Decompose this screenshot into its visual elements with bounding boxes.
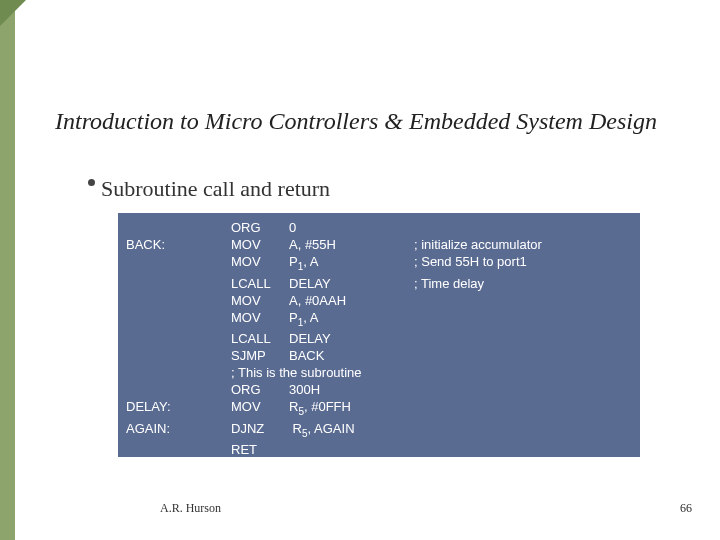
code-comment	[414, 219, 542, 236]
code-comment	[414, 398, 542, 420]
code-line: SJMPBACK	[126, 347, 542, 364]
code-comment: ; Time delay	[414, 275, 542, 292]
code-comment	[414, 347, 542, 364]
code-arg: P1, A	[289, 253, 414, 275]
code-comment	[414, 292, 542, 309]
code-arg: R5, #0FFH	[289, 398, 414, 420]
code-label	[126, 441, 231, 458]
code-line: MOVA, #0AAH	[126, 292, 542, 309]
code-op: DJNZ	[231, 420, 289, 442]
code-comment	[414, 458, 542, 475]
code-arg: BACK	[289, 347, 414, 364]
slide-title: Introduction to Micro Controllers & Embe…	[55, 108, 657, 135]
code-arg	[289, 458, 414, 475]
bullet-item: Subroutine call and return	[88, 176, 330, 202]
code-op: MOV	[231, 236, 289, 253]
code-label: DELAY:	[126, 398, 231, 420]
code-label	[126, 253, 231, 275]
code-arg	[289, 441, 414, 458]
code-label	[126, 292, 231, 309]
code-comment	[414, 309, 542, 331]
code-arg: 0	[289, 219, 414, 236]
code-arg: 300H	[289, 381, 414, 398]
slide: Introduction to Micro Controllers & Embe…	[0, 0, 720, 540]
code-arg: A, #55H	[289, 236, 414, 253]
code-line: DELAY:MOVR5, #0FFH	[126, 398, 542, 420]
footer-author: A.R. Hurson	[160, 501, 221, 516]
code-comment	[414, 381, 542, 398]
code-comment: ; initialize accumulator	[414, 236, 542, 253]
code-op: END	[231, 458, 289, 475]
code-op: SJMP	[231, 347, 289, 364]
code-op: ORG	[231, 219, 289, 236]
code-op: MOV	[231, 253, 289, 275]
code-comment	[414, 420, 542, 442]
code-comment-line: ; This is the subroutine	[126, 364, 542, 381]
code-line: MOVP1, A	[126, 309, 542, 331]
code-op: LCALL	[231, 330, 289, 347]
code-comment	[414, 330, 542, 347]
code-comment: ; Send 55H to port1	[414, 253, 542, 275]
code-arg: P1, A	[289, 309, 414, 331]
bullet-text: Subroutine call and return	[101, 176, 330, 201]
code-arg: R5, AGAIN	[289, 420, 414, 442]
code-label	[126, 219, 231, 236]
code-line: LCALLDELAY; Time delay	[126, 275, 542, 292]
code-op: MOV	[231, 309, 289, 331]
code-line: END	[126, 458, 542, 475]
footer-page-number: 66	[680, 501, 692, 516]
code-op: ORG	[231, 381, 289, 398]
code-op: MOV	[231, 292, 289, 309]
code-label	[126, 458, 231, 475]
code-label: AGAIN:	[126, 420, 231, 442]
code-table: ORG0BACK:MOVA, #55H; initialize accumula…	[126, 219, 542, 475]
code-op: LCALL	[231, 275, 289, 292]
code-label	[126, 330, 231, 347]
code-label	[126, 309, 231, 331]
bullet-icon	[88, 179, 95, 186]
code-line: LCALLDELAY	[126, 330, 542, 347]
code-op: MOV	[231, 398, 289, 420]
code-op: RET	[231, 441, 289, 458]
code-label	[126, 381, 231, 398]
code-label	[126, 275, 231, 292]
code-comment-text: ; This is the subroutine	[231, 364, 542, 381]
code-label	[126, 347, 231, 364]
code-arg: DELAY	[289, 330, 414, 347]
code-line: MOVP1, A; Send 55H to port1	[126, 253, 542, 275]
code-line: AGAIN:DJNZ R5, AGAIN	[126, 420, 542, 442]
code-arg: DELAY	[289, 275, 414, 292]
code-comment	[414, 441, 542, 458]
code-line: BACK:MOVA, #55H; initialize accumulator	[126, 236, 542, 253]
code-line: ORG0	[126, 219, 542, 236]
code-line: ORG300H	[126, 381, 542, 398]
code-label: BACK:	[126, 236, 231, 253]
code-line: RET	[126, 441, 542, 458]
code-block: ORG0BACK:MOVA, #55H; initialize accumula…	[118, 213, 640, 457]
code-arg: A, #0AAH	[289, 292, 414, 309]
